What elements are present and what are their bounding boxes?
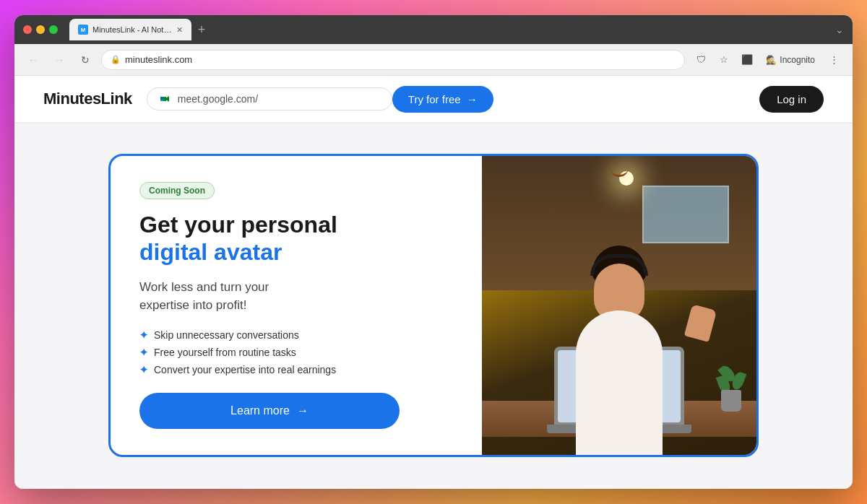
feature-icon-2: ✦ (139, 347, 148, 358)
tab-bar: M MinutesLink - AI Note Taker ✕ + (69, 19, 212, 40)
incognito-label: Incognito (780, 55, 815, 65)
person-body (576, 310, 663, 455)
window-element (642, 186, 729, 243)
nav-actions: 🛡 ☆ ⬛ 🕵 Incognito ⋮ (691, 50, 844, 70)
login-label: Log in (777, 93, 806, 105)
logo-text: MinutesLink (43, 90, 132, 108)
maximize-window-button[interactable] (49, 25, 58, 34)
feature-icon-3: ✦ (139, 364, 148, 375)
arrow-right-icon: → (467, 93, 478, 105)
tab-close-icon[interactable]: ✕ (176, 25, 183, 35)
shield-icon[interactable]: 🛡 (691, 50, 711, 70)
forward-button[interactable]: → (49, 50, 69, 70)
plant-pot (721, 390, 741, 412)
feature-text-2: Free yourself from routine tasks (154, 347, 296, 358)
search-bar[interactable]: meet.google.com/ (147, 87, 392, 110)
hero-subtitle: Work less and turn yourexpertise into pr… (139, 278, 453, 315)
logo: MinutesLink (43, 90, 132, 108)
feature-item-1: ✦ Skip unnecessary conversations (139, 329, 453, 341)
incognito-icon: 🕵 (766, 55, 777, 65)
traffic-lights (23, 25, 58, 34)
page-content: MinutesLink meet.google.com/ (14, 76, 853, 489)
extension-icon[interactable]: ⬛ (737, 50, 757, 70)
try-free-label: Try for free (408, 93, 461, 105)
menu-icon[interactable]: ⋮ (824, 50, 844, 70)
incognito-button[interactable]: 🕵 Incognito (760, 52, 821, 68)
hero-title: Get your personal digital avatar (139, 211, 453, 266)
new-tab-button[interactable]: + (191, 19, 212, 40)
title-bar: M MinutesLink - AI Note Taker ✕ + ⌄ (14, 15, 853, 44)
reload-button[interactable]: ↻ (75, 50, 95, 70)
tab-title: MinutesLink - AI Note Taker (92, 25, 172, 34)
coming-soon-badge: Coming Soon (139, 182, 215, 199)
lock-icon: 🔒 (111, 55, 121, 64)
header-search: meet.google.com/ Try for free → (147, 86, 493, 113)
feature-text-1: Skip unnecessary conversations (154, 329, 299, 341)
feature-item-3: ✦ Convert your expertise into real earni… (139, 364, 453, 375)
arrow-icon: → (297, 404, 309, 417)
hero-card: Coming Soon Get your personal digital av… (108, 154, 759, 457)
nav-bar: ← → ↻ 🔒 minuteslink.com 🛡 ☆ ⬛ 🕵 Incognit… (14, 44, 853, 76)
plant (720, 368, 742, 412)
hero-title-line2: digital avatar (139, 238, 453, 266)
login-button[interactable]: Log in (759, 86, 824, 113)
plant-leaves (719, 365, 744, 394)
learn-more-button[interactable]: Learn more → (139, 393, 400, 429)
google-meet-icon (159, 92, 172, 105)
expand-icon: ⌄ (835, 24, 844, 35)
photo-scene (482, 156, 756, 455)
browser-window: M MinutesLink - AI Note Taker ✕ + ⌄ ← → … (14, 15, 853, 489)
site-header: MinutesLink meet.google.com/ (14, 76, 853, 122)
back-button[interactable]: ← (23, 50, 43, 70)
tab-favicon-icon: M (78, 25, 88, 35)
learn-more-label: Learn more (230, 404, 290, 417)
minimize-window-button[interactable] (36, 25, 45, 34)
hero-left: Coming Soon Get your personal digital av… (111, 156, 482, 455)
url-text: minuteslink.com (125, 54, 676, 65)
close-window-button[interactable] (23, 25, 32, 34)
feature-text-3: Convert your expertise into real earning… (154, 364, 336, 375)
feature-list: ✦ Skip unnecessary conversations ✦ Free … (139, 329, 453, 375)
hero-title-line1: Get your personal (139, 212, 337, 238)
address-bar[interactable]: 🔒 minuteslink.com (101, 50, 685, 70)
active-tab[interactable]: M MinutesLink - AI Note Taker ✕ (69, 19, 191, 40)
feature-icon-1: ✦ (139, 329, 148, 341)
waving-hand (684, 304, 717, 342)
hero-right (482, 156, 756, 455)
try-free-button[interactable]: Try for free → (392, 86, 493, 113)
feature-item-2: ✦ Free yourself from routine tasks (139, 347, 453, 358)
search-input-text: meet.google.com/ (178, 93, 380, 105)
main-area: Coming Soon Get your personal digital av… (14, 122, 853, 489)
star-icon[interactable]: ☆ (714, 50, 734, 70)
